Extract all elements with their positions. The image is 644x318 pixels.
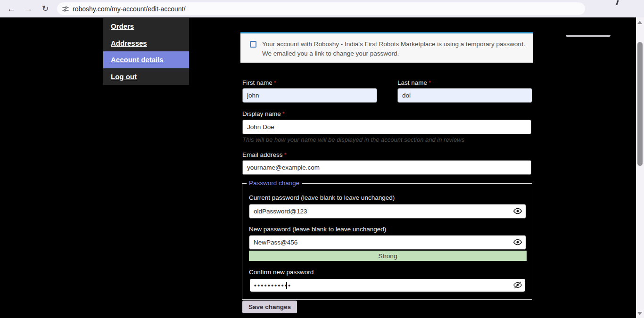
edit-account-form: Your account with Roboshy - India's Firs… bbox=[240, 17, 533, 318]
sidebar-item-orders[interactable]: Orders bbox=[103, 18, 189, 35]
mouse-cursor-artifact bbox=[616, 0, 619, 5]
display-name-hint: This will be how your name will be displ… bbox=[242, 136, 464, 143]
current-password-label: Current password (leave blank to leave u… bbox=[249, 194, 395, 201]
required-asterisk: * bbox=[284, 151, 287, 158]
text-caret bbox=[286, 282, 287, 289]
confirm-password-label: Confirm new password bbox=[249, 269, 314, 276]
show-password-icon[interactable] bbox=[513, 206, 522, 216]
scroll-up-arrow-icon[interactable] bbox=[637, 21, 642, 24]
new-password-input[interactable] bbox=[249, 235, 526, 250]
display-name-label: Display name* bbox=[242, 110, 285, 117]
forward-button[interactable]: → bbox=[21, 0, 36, 17]
browser-toolbar: ← → ↻ roboshy.com/my-account/edit-accoun… bbox=[0, 0, 644, 17]
confirm-password-input[interactable] bbox=[249, 278, 526, 293]
url-text[interactable]: roboshy.com/my-account/edit-account/ bbox=[73, 5, 185, 13]
last-name-input[interactable] bbox=[397, 88, 532, 103]
scrollbar-thumb[interactable] bbox=[637, 42, 643, 166]
sidebar-item-label: Account details bbox=[111, 56, 164, 64]
site-settings-icon[interactable] bbox=[62, 5, 69, 13]
email-label: Email address* bbox=[242, 151, 287, 158]
password-change-fieldset: Password change Current password (leave … bbox=[242, 183, 532, 300]
password-strength-label: Strong bbox=[379, 253, 397, 260]
sidebar-item-log-out[interactable]: Log out bbox=[103, 68, 189, 85]
last-name-label: Last name* bbox=[397, 79, 431, 86]
required-asterisk: * bbox=[429, 79, 431, 86]
current-password-input[interactable] bbox=[249, 204, 526, 219]
first-name-input[interactable] bbox=[242, 88, 377, 103]
display-name-input[interactable] bbox=[242, 120, 531, 134]
page-content: Orders Addresses Account details Log out… bbox=[0, 17, 636, 318]
sidebar-item-label: Addresses bbox=[111, 39, 147, 47]
new-password-label: New password (leave blank to leave uncha… bbox=[249, 226, 386, 233]
notice-text: Your account with Roboshy - India's Firs… bbox=[262, 40, 530, 58]
address-bar[interactable]: roboshy.com/my-account/edit-account/ bbox=[57, 2, 585, 15]
sidebar-item-label: Orders bbox=[111, 22, 134, 30]
account-nav-menu: Orders Addresses Account details Log out bbox=[103, 18, 189, 85]
password-strength-meter: Strong bbox=[249, 251, 527, 261]
save-changes-button[interactable]: Save changes bbox=[242, 301, 297, 313]
browser-window: ← → ↻ roboshy.com/my-account/edit-accoun… bbox=[0, 0, 644, 318]
info-icon bbox=[250, 41, 256, 48]
back-button[interactable]: ← bbox=[4, 0, 19, 17]
sidebar-item-label: Log out bbox=[111, 73, 137, 81]
email-input[interactable] bbox=[242, 160, 531, 175]
sidebar-item-account-details[interactable]: Account details bbox=[103, 51, 189, 68]
reload-button[interactable]: ↻ bbox=[38, 0, 53, 17]
vertical-scrollbar[interactable] bbox=[636, 17, 644, 318]
hide-password-icon[interactable] bbox=[513, 280, 522, 290]
scroll-down-arrow-icon[interactable] bbox=[637, 312, 642, 315]
temporary-password-notice: Your account with Roboshy - India's Firs… bbox=[240, 32, 533, 63]
show-password-icon[interactable] bbox=[513, 237, 522, 247]
chrome-sheen-artifact-2 bbox=[566, 35, 611, 37]
sidebar-item-addresses[interactable]: Addresses bbox=[103, 35, 189, 52]
first-name-label: First name* bbox=[242, 79, 276, 86]
required-asterisk: * bbox=[282, 110, 285, 117]
required-asterisk: * bbox=[274, 79, 276, 86]
